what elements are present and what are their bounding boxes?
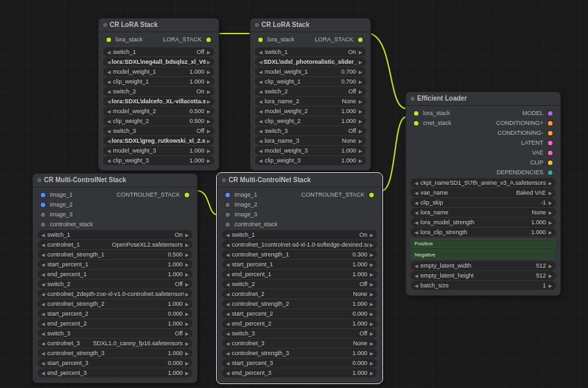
chevron-right-icon[interactable]: ▶ <box>184 233 190 237</box>
collapse-icon[interactable] <box>222 178 226 182</box>
chevron-right-icon[interactable]: ▶ <box>357 70 363 74</box>
positive-prompt-input[interactable]: Positive <box>411 239 555 248</box>
chevron-right-icon[interactable]: ▶ <box>547 230 553 235</box>
widget-row[interactable]: ◀controlnet_2None▶ <box>222 289 377 299</box>
chevron-right-icon[interactable]: ▶ <box>357 89 363 94</box>
chevron-left-icon[interactable]: ◀ <box>106 60 112 64</box>
widget-row[interactable]: ◀controlnet_strength_31.000▶ <box>37 349 192 358</box>
chevron-right-icon[interactable]: ▶ <box>357 149 363 153</box>
chevron-left-icon[interactable]: ◀ <box>225 302 231 306</box>
output-port[interactable] <box>548 151 553 155</box>
chevron-left-icon[interactable]: ◀ <box>106 139 112 143</box>
chevron-left-icon[interactable]: ◀ <box>225 351 231 356</box>
widget-row[interactable]: ◀end_percent_11.000▶ <box>37 270 192 279</box>
widget-row[interactable]: ◀batch_size1▶ <box>411 281 556 290</box>
widget-row[interactable]: ◀switch_3Off▶ <box>222 329 377 338</box>
chevron-left-icon[interactable]: ◀ <box>225 243 231 247</box>
chevron-right-icon[interactable]: ▶ <box>357 60 363 64</box>
node-title[interactable]: CR Multi-ControlNet Stack <box>33 174 197 187</box>
chevron-right-icon[interactable]: ▶ <box>206 70 212 74</box>
widget-row[interactable]: ◀end_percent_11.000▶ <box>222 270 377 279</box>
chevron-right-icon[interactable]: ▶ <box>547 210 553 215</box>
output-port[interactable] <box>548 111 553 116</box>
widget-row[interactable]: ◀clip_weight_11.000▶ <box>103 77 214 86</box>
widget-row[interactable]: ◀controlnet_2depth-zoe-xl-v1.0-controlne… <box>37 289 192 299</box>
chevron-right-icon[interactable]: ▶ <box>206 139 212 143</box>
chevron-left-icon[interactable]: ◀ <box>258 50 263 55</box>
chevron-left-icon[interactable]: ◀ <box>106 50 112 55</box>
node-title[interactable]: Efficient Loader <box>406 92 560 106</box>
chevron-left-icon[interactable]: ◀ <box>258 119 263 124</box>
chevron-left-icon[interactable]: ◀ <box>40 253 46 257</box>
chevron-left-icon[interactable]: ◀ <box>106 70 112 74</box>
widget-row[interactable]: ◀clip_weight_10.700▶ <box>255 77 366 86</box>
chevron-left-icon[interactable]: ◀ <box>413 201 419 205</box>
widget-row[interactable]: ◀switch_2Off▶ <box>255 87 366 96</box>
chevron-left-icon[interactable]: ◀ <box>40 341 46 346</box>
chevron-right-icon[interactable]: ▶ <box>357 158 363 163</box>
node-cr-multi-controlnet-stack-1[interactable]: CR Multi-ControlNet Stack image_1 CONTRO… <box>32 173 198 383</box>
output-port[interactable] <box>185 193 189 197</box>
widget-row[interactable]: ◀clip_weight_31.000▶ <box>103 156 214 165</box>
chevron-left-icon[interactable]: ◀ <box>225 262 231 267</box>
chevron-right-icon[interactable]: ▶ <box>547 220 553 225</box>
chevron-right-icon[interactable]: ▶ <box>184 331 190 336</box>
chevron-left-icon[interactable]: ◀ <box>106 99 112 104</box>
node-title[interactable]: CR Multi-ControlNet Stack <box>217 174 382 187</box>
chevron-right-icon[interactable]: ▶ <box>206 89 212 94</box>
chevron-right-icon[interactable]: ▶ <box>184 322 190 326</box>
widget-row[interactable]: ◀lora_name_3None▶ <box>255 136 366 145</box>
output-port[interactable] <box>548 131 553 135</box>
widget-row[interactable]: ◀end_percent_31.000▶ <box>37 368 192 377</box>
widget-row[interactable]: ◀switch_3Off▶ <box>103 126 214 135</box>
chevron-right-icon[interactable]: ▶ <box>547 264 553 268</box>
chevron-left-icon[interactable]: ◀ <box>106 129 112 133</box>
input-port[interactable] <box>225 203 230 207</box>
chevron-left-icon[interactable]: ◀ <box>413 191 419 195</box>
chevron-left-icon[interactable]: ◀ <box>225 341 231 346</box>
node-cr-lora-stack-1[interactable]: CR LoRA Stack lora_stack LORA_STACK ◀swi… <box>98 18 219 171</box>
chevron-right-icon[interactable]: ▶ <box>547 283 553 288</box>
chevron-right-icon[interactable]: ▶ <box>184 341 190 346</box>
chevron-left-icon[interactable]: ◀ <box>225 322 231 326</box>
widget-row[interactable]: ◀switch_3Off▶ <box>255 126 366 135</box>
chevron-right-icon[interactable]: ▶ <box>369 331 374 336</box>
chevron-right-icon[interactable]: ▶ <box>184 371 190 376</box>
chevron-right-icon[interactable]: ▶ <box>184 272 190 277</box>
chevron-right-icon[interactable]: ▶ <box>547 181 553 185</box>
widget-row[interactable]: ◀model_weight_11.000▶ <box>103 67 214 76</box>
widget-row[interactable]: ◀switch_1On▶ <box>222 230 377 239</box>
input-port[interactable] <box>225 222 230 227</box>
chevron-right-icon[interactable]: ▶ <box>369 272 374 277</box>
widget-row[interactable]: ◀start_percent_11.000▶ <box>222 260 377 269</box>
chevron-right-icon[interactable]: ▶ <box>369 371 374 376</box>
chevron-left-icon[interactable]: ◀ <box>40 243 46 247</box>
chevron-right-icon[interactable]: ▶ <box>369 361 374 366</box>
widget-row[interactable]: ◀switch_2Off▶ <box>37 279 192 289</box>
widget-row[interactable]: ◀switch_2On▶ <box>103 87 214 96</box>
collapse-icon[interactable] <box>411 97 415 101</box>
chevron-right-icon[interactable]: ▶ <box>369 341 374 346</box>
widget-row[interactable]: ◀model_weight_21.000▶ <box>255 107 366 116</box>
chevron-right-icon[interactable]: ▶ <box>357 109 363 114</box>
output-port[interactable] <box>548 121 553 126</box>
chevron-right-icon[interactable]: ▶ <box>547 191 553 195</box>
widget-row[interactable]: ◀switch_1On▶ <box>255 47 366 57</box>
chevron-right-icon[interactable]: ▶ <box>206 60 212 64</box>
chevron-right-icon[interactable]: ▶ <box>184 292 190 297</box>
widget-row[interactable]: ◀lora_clip_strength1.000▶ <box>411 228 556 237</box>
chevron-left-icon[interactable]: ◀ <box>225 272 231 277</box>
widget-row[interactable]: ◀start_percent_30.000▶ <box>222 358 377 368</box>
chevron-right-icon[interactable]: ▶ <box>184 262 190 267</box>
node-cr-lora-stack-2[interactable]: CR LoRA Stack lora_stack LORA_STACK ◀swi… <box>250 18 371 171</box>
chevron-left-icon[interactable]: ◀ <box>40 331 46 336</box>
node-cr-multi-controlnet-stack-2[interactable]: CR Multi-ControlNet Stack image_1 CONTRO… <box>217 173 382 383</box>
node-title[interactable]: CR LoRA Stack <box>99 18 219 32</box>
chevron-right-icon[interactable]: ▶ <box>184 312 190 316</box>
chevron-right-icon[interactable]: ▶ <box>184 351 190 356</box>
widget-row[interactable]: ◀lora:SDXL\neg4all_bdsqlsz_xl_V6.safeten… <box>103 57 214 66</box>
chevron-right-icon[interactable]: ▶ <box>206 158 212 163</box>
chevron-right-icon[interactable]: ▶ <box>547 201 553 205</box>
widget-row[interactable]: ◀clip_weight_20.500▶ <box>103 116 214 126</box>
widget-row[interactable]: ◀lora:SDXL\dalcefo_XL-villacotta.safeten… <box>103 97 214 106</box>
